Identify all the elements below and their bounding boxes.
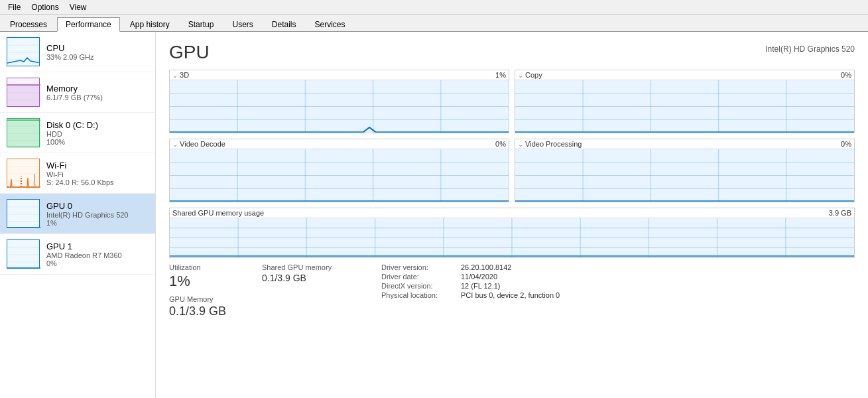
shared-mem-label: Shared GPU memory usage [172, 209, 264, 217]
disk-sidebar-text: Disk 0 (C: D:) HDD 100% [46, 120, 149, 146]
directx-version-val: 12 (FL 12.1) [461, 282, 501, 290]
disk-mini-chart [7, 118, 40, 147]
tab-performance[interactable]: Performance [57, 17, 120, 32]
tab-users[interactable]: Users [223, 17, 261, 31]
chart-videodecode: ⌄ Video Decode 0% [169, 139, 509, 202]
cpu-title: CPU [46, 43, 149, 53]
wifi-title: Wi-Fi [46, 161, 149, 170]
cpu-mini-chart [7, 37, 40, 66]
memory-sidebar-text: Memory 6.1/7.9 GB (77%) [46, 84, 149, 101]
chart-videoprocessing: ⌄ Video Processing 0% [515, 139, 855, 202]
content-area: GPU Intel(R) HD Graphics 520 ⌄ 3D 1% [156, 32, 868, 398]
chart-copy-label: ⌄ Copy [518, 71, 542, 79]
driver-version-row: Driver version: 26.20.100.8142 [381, 263, 841, 271]
gpu0-subtitle2: 1% [46, 219, 149, 227]
gpu1-mini-chart [7, 239, 40, 269]
chart-copy-value: 0% [841, 71, 851, 79]
wifi-subtitle1: Wi-Fi [46, 170, 149, 178]
driver-date-val: 11/04/2020 [461, 273, 497, 281]
gpu1-title: GPU 1 [46, 241, 149, 251]
wifi-subtitle2: S: 24.0 R: 56.0 Kbps [46, 178, 149, 186]
disk-subtitle2: 100% [46, 138, 149, 146]
menu-view[interactable]: View [64, 1, 92, 13]
disk-title: Disk 0 (C: D:) [46, 120, 149, 130]
directx-version-row: DirectX version: 12 (FL 12.1) [381, 282, 841, 290]
stat-details: Driver version: 26.20.100.8142 Driver da… [381, 263, 855, 318]
gpu0-sidebar-text: GPU 0 Intel(R) HD Graphics 520 1% [46, 201, 149, 227]
chart-copy-label-row: ⌄ Copy 0% [515, 70, 854, 80]
gpu-memory-value: 0.1/3.9 GB [169, 304, 249, 318]
sidebar-item-gpu1[interactable]: GPU 1 AMD Radeon R7 M360 0% [0, 234, 155, 275]
driver-date-row: Driver date: 11/04/2020 [381, 273, 841, 281]
stat-utilization: Utilization 1% GPU Memory 0.1/3.9 GB [169, 263, 262, 318]
tab-bar: Processes Performance App history Startu… [0, 15, 868, 32]
physical-location-row: Physical location: PCI bus 0, device 2, … [381, 291, 841, 299]
memory-subtitle: 6.1/7.9 GB (77%) [46, 94, 149, 101]
tab-startup[interactable]: Startup [180, 17, 223, 31]
gpu0-subtitle1: Intel(R) HD Graphics 520 [46, 211, 149, 219]
sidebar-item-wifi[interactable]: Wi-Fi Wi-Fi S: 24.0 R: 56.0 Kbps [0, 153, 155, 194]
gpu1-sidebar-text: GPU 1 AMD Radeon R7 M360 0% [46, 241, 149, 267]
memory-mini-chart [7, 78, 40, 107]
gpu1-subtitle1: AMD Radeon R7 M360 [46, 251, 149, 259]
driver-version-key: Driver version: [381, 263, 461, 271]
chart-3d-label: ⌄ 3D [172, 71, 189, 79]
sidebar: CPU 33% 2.09 GHz Memory 6.1 [0, 32, 156, 398]
tab-processes[interactable]: Processes [1, 17, 56, 31]
chart-videodecode-label: ⌄ Video Decode [172, 140, 225, 148]
menu-file[interactable]: File [3, 1, 26, 13]
sidebar-item-cpu[interactable]: CPU 33% 2.09 GHz [0, 32, 155, 72]
shared-gpu-memory-label: Shared GPU memory [262, 263, 368, 271]
gpu1-subtitle2: 0% [46, 259, 149, 267]
chart-videodecode-value: 0% [495, 140, 506, 148]
tab-services[interactable]: Services [306, 17, 354, 31]
chart-videodecode-graph [170, 149, 509, 202]
chart-3d-value: 1% [495, 71, 506, 79]
chart-videoprocessing-graph [515, 149, 854, 202]
physical-location-key: Physical location: [381, 291, 461, 299]
menu-options[interactable]: Options [26, 1, 64, 13]
svg-rect-10 [7, 120, 40, 148]
chart-copy: ⌄ Copy 0% [515, 70, 855, 133]
svg-rect-6 [7, 85, 40, 107]
tab-details[interactable]: Details [263, 17, 305, 31]
content-header: GPU Intel(R) HD Graphics 520 [169, 42, 855, 63]
gpu0-mini-chart [7, 199, 40, 228]
sidebar-item-gpu0[interactable]: GPU 0 Intel(R) HD Graphics 520 1% [0, 194, 155, 234]
tab-apphistory[interactable]: App history [121, 17, 178, 31]
wifi-sidebar-text: Wi-Fi Wi-Fi S: 24.0 R: 56.0 Kbps [46, 161, 149, 186]
gpu0-title: GPU 0 [46, 201, 149, 211]
driver-version-val: 26.20.100.8142 [461, 263, 511, 271]
sidebar-item-disk[interactable]: Disk 0 (C: D:) HDD 100% [0, 113, 155, 153]
physical-location-val: PCI bus 0, device 2, function 0 [461, 291, 560, 299]
shared-mem-label-row: Shared GPU memory usage 3.9 GB [170, 208, 854, 218]
memory-title: Memory [46, 84, 149, 94]
shared-mem-value: 3.9 GB [829, 209, 851, 217]
shared-mem-graph [170, 218, 854, 257]
disk-subtitle1: HDD [46, 130, 149, 138]
chart-shared-memory: Shared GPU memory usage 3.9 GB [169, 208, 855, 258]
chart-videoprocessing-label-row: ⌄ Video Processing 0% [515, 139, 854, 149]
page-title: GPU [169, 42, 210, 63]
wifi-mini-chart [7, 159, 40, 188]
stats-area: Utilization 1% GPU Memory 0.1/3.9 GB Sha… [169, 263, 855, 318]
chart-videodecode-label-row: ⌄ Video Decode 0% [170, 139, 509, 149]
menu-bar: File Options View [0, 0, 868, 15]
stat-shared-gpu-memory: Shared GPU memory 0.1/3.9 GB [262, 263, 381, 318]
device-name: Intel(R) HD Graphics 520 [765, 44, 855, 54]
chart-3d-label-row: ⌄ 3D 1% [170, 70, 509, 80]
chart-3d: ⌄ 3D 1% [169, 70, 509, 133]
charts-grid: ⌄ 3D 1% [169, 70, 855, 202]
chart-videoprocessing-label: ⌄ Video Processing [518, 140, 582, 148]
directx-version-key: DirectX version: [381, 282, 461, 290]
cpu-sidebar-text: CPU 33% 2.09 GHz [46, 43, 149, 61]
utilization-value: 1% [169, 273, 249, 290]
cpu-subtitle: 33% 2.09 GHz [46, 53, 149, 61]
utilization-label: Utilization [169, 263, 249, 271]
chart-videoprocessing-value: 0% [841, 140, 851, 148]
gpu-memory-label: GPU Memory [169, 295, 249, 303]
driver-date-key: Driver date: [381, 273, 461, 281]
sidebar-item-memory[interactable]: Memory 6.1/7.9 GB (77%) [0, 72, 155, 113]
shared-gpu-memory-value: 0.1/3.9 GB [262, 273, 368, 283]
chart-3d-graph [170, 80, 509, 133]
